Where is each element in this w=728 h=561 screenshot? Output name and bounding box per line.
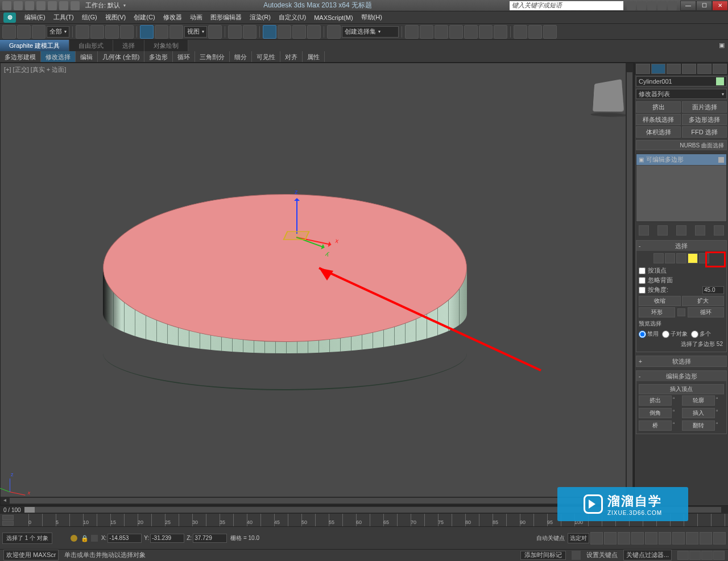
- align-icon[interactable]: [420, 25, 433, 39]
- modifier-toggle-icon[interactable]: [718, 157, 724, 163]
- move-icon[interactable]: [140, 25, 154, 39]
- create-tab-icon[interactable]: [636, 64, 650, 74]
- object-name-field[interactable]: Cylinder001: [636, 76, 727, 86]
- bevel-button[interactable]: 倒角: [639, 408, 672, 418]
- loop-button[interactable]: 循环: [688, 307, 724, 317]
- select-manipulate-icon[interactable]: [228, 25, 242, 39]
- tab-paint[interactable]: 对象绘制: [144, 40, 188, 51]
- ribbon-tri[interactable]: 三角剖分: [195, 51, 230, 62]
- menu-graph[interactable]: 图形编辑器: [206, 13, 246, 22]
- ribbon-collapse-icon[interactable]: ▣: [715, 40, 728, 51]
- ribbon-vis[interactable]: 可见性: [252, 51, 280, 62]
- max-viewport-icon[interactable]: [713, 532, 726, 544]
- help-icon[interactable]: [668, 1, 677, 10]
- time-ruler[interactable]: 0510152025303540455055606570758085909510…: [0, 514, 728, 526]
- curve-editor-icon[interactable]: [464, 25, 478, 39]
- menu-custom[interactable]: 自定义(U): [275, 13, 310, 22]
- menu-group[interactable]: 组(G): [78, 13, 101, 22]
- flip-button[interactable]: 翻转: [682, 420, 715, 431]
- menu-tools[interactable]: 工具(T): [49, 13, 78, 22]
- nav-btn-4[interactable]: [713, 551, 725, 560]
- viewport-vscroll[interactable]: [626, 63, 634, 497]
- favorite-icon[interactable]: [657, 1, 667, 10]
- bridge-settings-icon[interactable]: ▫: [673, 420, 681, 430]
- material-editor-icon[interactable]: [494, 25, 507, 39]
- new-icon[interactable]: [14, 1, 23, 10]
- modify-tab-icon[interactable]: [651, 64, 665, 74]
- trackbar-key-icon[interactable]: [2, 515, 14, 520]
- prev-frame-icon[interactable]: [604, 532, 617, 544]
- configure-sets-icon[interactable]: [714, 225, 724, 236]
- subobj-border-icon[interactable]: [676, 253, 686, 263]
- viewport-hscroll[interactable]: [1, 497, 634, 505]
- shrink-button[interactable]: 收缩: [639, 296, 681, 306]
- tab-graphite[interactable]: Graphite 建模工具: [0, 40, 69, 51]
- rect-select-icon[interactable]: [105, 25, 119, 39]
- nav-btn-3[interactable]: [701, 551, 713, 560]
- tab-freeform[interactable]: 自由形式: [69, 40, 113, 51]
- select-by-name-icon[interactable]: [90, 25, 104, 39]
- select-object-icon[interactable]: [76, 25, 89, 39]
- setkey-button[interactable]: 设置关键点: [586, 551, 618, 559]
- outline-button[interactable]: 轮廓: [682, 395, 715, 406]
- grow-button[interactable]: 扩大: [682, 296, 724, 306]
- menu-help[interactable]: 帮助(H): [357, 13, 386, 22]
- make-unique-icon[interactable]: [676, 225, 686, 236]
- rollout-editpoly-header[interactable]: -编辑多边形: [636, 371, 726, 381]
- selection-lock-icon[interactable]: [91, 535, 98, 542]
- ribbon-subdiv[interactable]: 细分: [230, 51, 252, 62]
- goto-end-icon[interactable]: [645, 532, 657, 544]
- isolate-icon[interactable]: 🔒: [81, 535, 88, 542]
- pin-stack-icon[interactable]: [639, 225, 649, 236]
- subobj-edge-icon[interactable]: [665, 253, 675, 263]
- mirror-icon[interactable]: [405, 25, 419, 39]
- viewcube[interactable]: [593, 79, 624, 112]
- open-icon[interactable]: [25, 1, 34, 10]
- bevel-settings-icon[interactable]: ▫: [673, 407, 681, 418]
- insert-vertex-button[interactable]: 插入顶点: [639, 384, 724, 394]
- ribbon-polygon[interactable]: 多边形: [144, 51, 173, 62]
- preset-volsel-button[interactable]: 体积选择: [636, 126, 681, 138]
- ribbon-geom-all[interactable]: 几何体 (全部): [98, 51, 144, 62]
- preset-extrude-button[interactable]: 挤出: [636, 101, 681, 113]
- minimize-button[interactable]: —: [680, 1, 696, 11]
- edit-named-sel-icon[interactable]: [327, 25, 341, 39]
- lock-icon[interactable]: [71, 535, 77, 542]
- ring-spinner[interactable]: [677, 308, 685, 316]
- layers-icon[interactable]: [435, 25, 448, 39]
- snap-toggle-icon[interactable]: [263, 25, 276, 39]
- extrude-button[interactable]: 挤出: [639, 395, 672, 406]
- outline-settings-icon[interactable]: ▫: [716, 395, 724, 405]
- ribbon-edit[interactable]: 编辑: [76, 51, 98, 62]
- menu-edit[interactable]: 编辑(E): [20, 13, 49, 22]
- axis-z[interactable]: [296, 200, 297, 234]
- render-icon[interactable]: [543, 25, 557, 39]
- hierarchy-tab-icon[interactable]: [667, 64, 681, 74]
- modifier-list-dropdown[interactable]: 修改器列表: [636, 89, 727, 99]
- rollout-selection-header[interactable]: -选择: [636, 241, 726, 251]
- app-menu-icon[interactable]: [2, 1, 11, 10]
- rotate-icon[interactable]: [155, 25, 168, 39]
- exchange-icon[interactable]: [647, 1, 656, 10]
- search-go-icon[interactable]: [627, 1, 636, 10]
- graphite-icon[interactable]: [449, 25, 463, 39]
- ref-coord-dropdown[interactable]: 视图: [184, 26, 207, 38]
- extrude-settings-icon[interactable]: ▫: [673, 395, 681, 405]
- link-icon[interactable]: [71, 1, 80, 10]
- by-vertex-checkbox[interactable]: [639, 267, 646, 274]
- help-search-input[interactable]: 键入关键字或短语: [510, 1, 623, 10]
- tab-select[interactable]: 选择: [113, 40, 144, 51]
- preset-ffd-button[interactable]: FFD 选择: [682, 126, 727, 138]
- nav-btn-2[interactable]: [689, 551, 701, 560]
- preview-subobj-radio[interactable]: [662, 331, 669, 338]
- render-setup-icon[interactable]: [514, 25, 527, 39]
- menu-modifiers[interactable]: 修改器: [159, 13, 186, 22]
- application-logo[interactable]: ⊚: [3, 13, 16, 23]
- menu-create[interactable]: 创建(C): [130, 13, 159, 22]
- time-slider[interactable]: [24, 507, 721, 513]
- viewport[interactable]: [+] [正交] [真实 + 边面]: [0, 63, 634, 505]
- redo-icon[interactable]: [59, 1, 68, 10]
- ring-button[interactable]: 环形: [639, 307, 675, 317]
- spinner-snap-icon[interactable]: [307, 25, 321, 39]
- add-time-tag-button[interactable]: 添加时间标记: [520, 551, 566, 560]
